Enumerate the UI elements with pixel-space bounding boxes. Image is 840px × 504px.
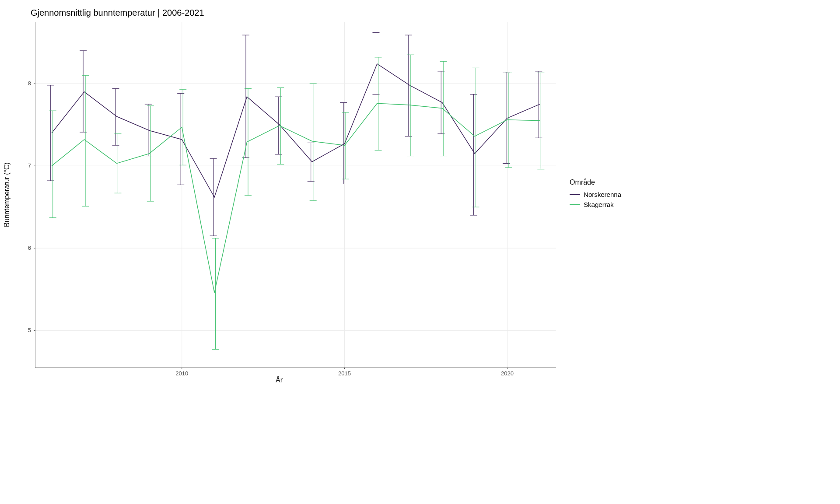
x-axis-label: År: [276, 376, 283, 384]
legend-swatch: [570, 194, 580, 195]
svg-text:2015: 2015: [338, 370, 351, 377]
svg-text:7: 7: [28, 162, 31, 169]
svg-text:2010: 2010: [175, 370, 188, 377]
y-axis-label: Bunntemperatur (°C): [3, 162, 11, 227]
legend-label: Norskerenna: [584, 191, 621, 198]
svg-text:6: 6: [28, 245, 31, 251]
plot-area: 201020152020 5678: [35, 22, 556, 368]
chart-title: Gjennomsnittlig bunntemperatur | 2006-20…: [31, 8, 204, 18]
legend-swatch: [570, 204, 580, 205]
legend-label: Skagerrak: [584, 201, 613, 208]
legend-title: Område: [570, 178, 621, 186]
svg-text:5: 5: [28, 327, 31, 333]
legend-item: Skagerrak: [570, 201, 621, 208]
svg-text:8: 8: [28, 80, 31, 87]
svg-text:2020: 2020: [501, 370, 514, 377]
legend-item: Norskerenna: [570, 191, 621, 198]
legend: Område NorskerennaSkagerrak: [570, 178, 621, 211]
